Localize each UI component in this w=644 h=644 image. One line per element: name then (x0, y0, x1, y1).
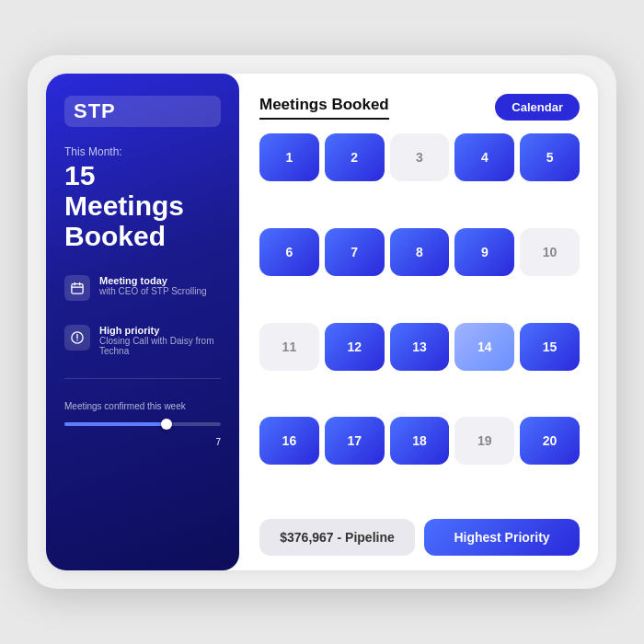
logo: STP (64, 96, 221, 127)
meeting-today-title: Meeting today (99, 275, 207, 286)
slider-track (64, 422, 221, 426)
high-priority-subtitle: Closing Call with Daisy from Techna (99, 336, 221, 356)
calendar-day-20[interactable]: 20 (520, 417, 580, 465)
slider-section: Meetings confirmed this week 7 (64, 401, 221, 447)
calendar-icon (64, 275, 90, 301)
calendar-day-17[interactable]: 17 (325, 417, 385, 465)
high-priority-text: High priority Closing Call with Daisy fr… (99, 325, 221, 356)
calendar-day-4[interactable]: 4 (454, 133, 514, 181)
calendar-day-19[interactable]: 19 (454, 417, 514, 465)
high-priority-item: High priority Closing Call with Daisy fr… (64, 325, 221, 356)
calendar-day-12[interactable]: 12 (325, 323, 385, 371)
calendar-button[interactable]: Calendar (495, 94, 580, 121)
header-row: Meetings Booked Calendar (259, 94, 580, 121)
calendar-day-11[interactable]: 11 (259, 323, 319, 371)
highest-priority-button[interactable]: Highest Priority (424, 519, 580, 556)
calendar-day-16[interactable]: 16 (259, 417, 319, 465)
sidebar: STP This Month: 15 MeetingsBooked Meetin… (46, 74, 239, 570)
device-frame: STP This Month: 15 MeetingsBooked Meetin… (28, 55, 616, 589)
calendar-day-15[interactable]: 15 (520, 323, 580, 371)
this-month-label: This Month: (64, 145, 221, 158)
section-title: Meetings Booked (259, 96, 389, 120)
svg-rect-0 (72, 284, 83, 294)
calendar-day-18[interactable]: 18 (390, 417, 450, 465)
slider-label: Meetings confirmed this week (64, 401, 221, 411)
meeting-today-item: Meeting today with CEO of STP Scrolling (64, 275, 221, 301)
slider-fill (64, 422, 167, 426)
slider-wrapper[interactable] (64, 417, 221, 431)
calendar-day-2[interactable]: 2 (325, 133, 385, 181)
slider-thumb[interactable] (161, 419, 172, 430)
calendar-day-8[interactable]: 8 (390, 228, 450, 276)
calendar-day-14[interactable]: 14 (454, 323, 514, 371)
meeting-today-subtitle: with CEO of STP Scrolling (99, 286, 207, 296)
calendar-day-1[interactable]: 1 (259, 133, 319, 181)
alert-icon (64, 325, 90, 351)
calendar-grid: 1234567891011121314151617181920 (259, 133, 580, 506)
high-priority-title: High priority (99, 325, 221, 336)
meetings-summary: This Month: 15 MeetingsBooked (64, 145, 221, 251)
main-content: Meetings Booked Calendar 123456789101112… (239, 74, 598, 570)
bottom-row: $376,967 - Pipeline Highest Priority (259, 519, 580, 556)
divider (64, 378, 221, 379)
calendar-day-13[interactable]: 13 (390, 323, 450, 371)
calendar-day-6[interactable]: 6 (259, 228, 319, 276)
svg-point-6 (76, 339, 77, 340)
calendar-day-3[interactable]: 3 (390, 133, 450, 181)
pipeline-button[interactable]: $376,967 - Pipeline (259, 519, 415, 556)
calendar-day-7[interactable]: 7 (325, 228, 385, 276)
meetings-count: 15 MeetingsBooked (64, 160, 221, 251)
calendar-day-9[interactable]: 9 (454, 228, 514, 276)
calendar-day-10[interactable]: 10 (520, 228, 580, 276)
meeting-today-text: Meeting today with CEO of STP Scrolling (99, 275, 207, 296)
calendar-day-5[interactable]: 5 (520, 133, 580, 181)
app-container: STP This Month: 15 MeetingsBooked Meetin… (46, 74, 598, 570)
slider-value: 7 (64, 437, 221, 447)
